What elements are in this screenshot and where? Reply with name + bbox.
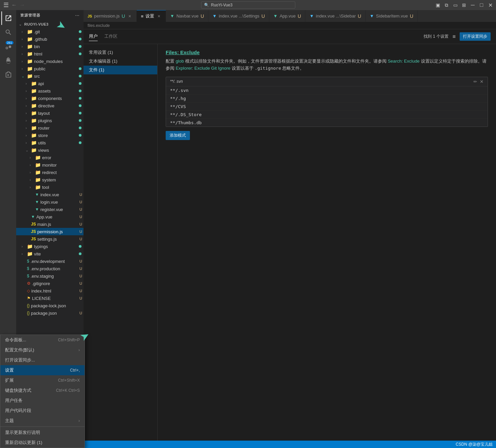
settings-tree: 常用设置 (1) 文本编辑器 (1) 文件 (1) — [84, 44, 158, 448]
settings-panel: 用户 工作区 找到 1 个设置 ≡ 打开设置同步 常用设置 (1) 文本编辑器 … — [84, 29, 496, 448]
sidebar-item-app-vue[interactable]: › ▼ App.vue U — [16, 213, 84, 220]
glob-link[interactable]: glob — [176, 59, 184, 64]
sidebar-item-github[interactable]: › 📁 .github — [16, 35, 84, 43]
sidebar-menu-icon[interactable]: ··· — [75, 13, 79, 18]
sidebar-item-settings-js[interactable]: › JS settings.js U — [16, 235, 84, 243]
title-bar-left: ☰ ← → — [3, 1, 25, 9]
activity-extensions[interactable] — [1, 68, 15, 81]
sidebar-item-monitor[interactable]: › 📁 monitor — [16, 161, 84, 169]
sidebar-item-store[interactable]: › 📁 store — [16, 132, 84, 139]
sidebar-item-assets[interactable]: › 📁 assets — [16, 87, 84, 95]
sidebar-item-bin[interactable]: › 📁 bin — [16, 43, 84, 50]
sidebar-item-router[interactable]: › 📁 router — [16, 124, 84, 132]
tab-index-vue-settings[interactable]: ▼ index.vue ...\Settings U — [208, 10, 269, 22]
context-menu-extensions[interactable]: 扩展 Ctrl+Shift+X — [0, 375, 85, 385]
context-menu-user-tasks[interactable]: 用户任务 — [0, 395, 85, 406]
tab-settings-close[interactable]: × — [156, 13, 162, 19]
context-menu-user-snippets[interactable]: 用户代码片段 — [0, 406, 85, 416]
activity-source-control[interactable]: 261 — [1, 40, 15, 53]
window-restore-btn[interactable]: □ — [479, 3, 484, 7]
sidebar-item-html[interactable]: › 📁 html — [16, 50, 84, 58]
tab-workspace[interactable]: 工作区 — [104, 32, 118, 41]
sidebar-item-env-staging[interactable]: › $ .env.staging U — [16, 272, 84, 280]
window-panel-icon[interactable]: ▭ — [453, 3, 458, 7]
sidebar-item-tool[interactable]: › 📁 tool — [16, 183, 84, 191]
tab-navbar-vue[interactable]: ▼ Navbar.vue U — [166, 10, 208, 22]
sidebar-item-env-prod[interactable]: › $ .env.production U — [16, 265, 84, 272]
window-grid-icon[interactable]: ⊞ — [462, 3, 466, 7]
sidebar-item-src[interactable]: ⌄ 📁 src — [16, 72, 84, 80]
context-menu-keyboard[interactable]: 键盘快捷方式 Ctrl+K Ctrl+S — [0, 385, 85, 395]
exclude-list-icons: ✏ ✕ — [473, 79, 484, 84]
search-bar[interactable]: 🔍 RuoYi-Vue3 — [201, 1, 295, 9]
app-menu-icon[interactable]: ☰ — [3, 1, 9, 9]
explorer-exclude-link[interactable]: Explorer: Exclude Git Ignore — [176, 66, 231, 71]
nav-forward-btn[interactable]: → — [20, 2, 25, 8]
sidebar-item-public[interactable]: › 📁 public — [16, 65, 84, 72]
tab-app-vue[interactable]: ▼ App.vue U — [269, 10, 306, 22]
sidebar-item-views[interactable]: ⌄ 📁 views — [16, 146, 84, 154]
sidebar-item-vite[interactable]: › 📁 vite — [16, 250, 84, 257]
add-pattern-btn[interactable]: 添加模式 — [166, 131, 190, 140]
nav-back-btn[interactable]: ← — [11, 2, 17, 8]
window-close-btn[interactable]: ✕ — [488, 3, 493, 7]
sidebar-item-node-modules[interactable]: › 📁 node_modules — [16, 58, 84, 65]
sidebar-item-index-vue-views[interactable]: › ▼ index.vue U — [16, 191, 84, 198]
window-split-icon[interactable]: ⧉ — [444, 3, 449, 7]
context-menu-restart[interactable]: 重新启动以更新 (1) — [0, 438, 85, 448]
tab-permission-js[interactable]: JS permission.js U × — [84, 10, 137, 22]
sidebar-item-git[interactable]: › 📁 .git — [16, 28, 84, 35]
sidebar-item-package-lock[interactable]: › {} package-lock.json — [16, 302, 84, 309]
sidebar-item-error[interactable]: › 📁 error — [16, 154, 84, 161]
sidebar-item-utils[interactable]: › 📁 utils — [16, 139, 84, 146]
sidebar-item-system[interactable]: › 📁 system — [16, 176, 84, 183]
filter-icon[interactable]: ≡ — [453, 34, 456, 40]
sidebar-item-index-html[interactable]: › ◇ index.html U — [16, 287, 84, 295]
activity-explorer[interactable] — [1, 11, 15, 25]
sidebar-item-layout[interactable]: › 📁 layout — [16, 109, 84, 117]
context-menu-theme[interactable]: 主题 › — [0, 416, 85, 426]
tab-permission-js-close[interactable]: × — [127, 13, 132, 19]
window-layout-icon[interactable]: ▣ — [435, 3, 440, 7]
sidebar-item-env-dev[interactable]: › $ .env.development U — [16, 257, 84, 265]
sidebar-item-plugins[interactable]: › 📁 plugins — [16, 117, 84, 124]
sidebar-item-license[interactable]: › ⚑ LICENSE U — [16, 295, 84, 302]
edit-icon[interactable]: ✏ — [473, 79, 477, 84]
title-bar-right: ▣ ⧉ ▭ ⊞ ─ □ ✕ — [435, 3, 493, 7]
sidebar-item-main-js[interactable]: › JS main.js U — [16, 220, 84, 228]
project-root[interactable]: ⌄ RUOYI-VUE3 — [16, 21, 84, 28]
sidebar-item-package-json[interactable]: › {} package.json U — [16, 309, 84, 317]
settings-tree-common[interactable]: 常用设置 (1) — [84, 48, 157, 57]
tab-index-vue-sidebar[interactable]: ▼ index.vue ...\Sidebar U — [305, 10, 366, 22]
public-label: public — [34, 66, 79, 71]
context-menu-release-notes[interactable]: 显示更新发行说明 — [0, 427, 85, 438]
sidebar-item-login-vue[interactable]: › ▼ login.vue U — [16, 198, 84, 206]
window-minimize-btn[interactable]: ─ — [470, 3, 475, 7]
settings-label: 设置 — [5, 367, 14, 373]
tab-sidebaritem-vue[interactable]: ▼ SidebarItem.vue U — [366, 10, 418, 22]
context-menu-config-file[interactable]: 配置文件(默认) › — [0, 345, 85, 355]
close-pattern-icon[interactable]: ✕ — [480, 79, 484, 84]
tab-user[interactable]: 用户 — [89, 32, 98, 41]
activity-search[interactable] — [1, 26, 15, 39]
activity-debug[interactable] — [1, 54, 15, 67]
utils-label: utils — [38, 140, 79, 145]
context-menu-open-sync[interactable]: 打开设置同步... — [0, 355, 85, 365]
sidebar-item-redirect[interactable]: › 📁 redirect — [16, 169, 84, 176]
settings-tree-editor[interactable]: 文本编辑器 (1) — [84, 57, 157, 66]
settings-tree-files[interactable]: 文件 (1) — [84, 66, 157, 74]
sidebar-item-gitignore[interactable]: › ⚙ .gitignore U — [16, 280, 84, 287]
sidebar-item-components[interactable]: › 📁 components — [16, 95, 84, 102]
sidebar-item-permission-js[interactable]: › JS permission.js U — [16, 228, 84, 235]
sidebar-item-directive[interactable]: › 📁 directive — [16, 102, 84, 109]
open-settings-sync-btn[interactable]: 打开设置同步 — [460, 32, 491, 41]
context-menu-command-palette[interactable]: 命令面板... Ctrl+Shift+P — [0, 335, 85, 345]
tab-settings[interactable]: ≡ 设置 × — [137, 10, 166, 22]
layout-label: layout — [38, 111, 79, 116]
sidebar-item-typings[interactable]: › 📁 typings — [16, 243, 84, 250]
search-exclude-link[interactable]: Search: Exclude — [388, 59, 420, 64]
sidebar-item-register-vue[interactable]: › ▼ register.vue U — [16, 206, 84, 213]
context-menu-settings[interactable]: 设置 Ctrl+, — [0, 365, 85, 375]
api-label: api — [38, 81, 79, 86]
sidebar-item-api[interactable]: › 📁 api — [16, 80, 84, 87]
